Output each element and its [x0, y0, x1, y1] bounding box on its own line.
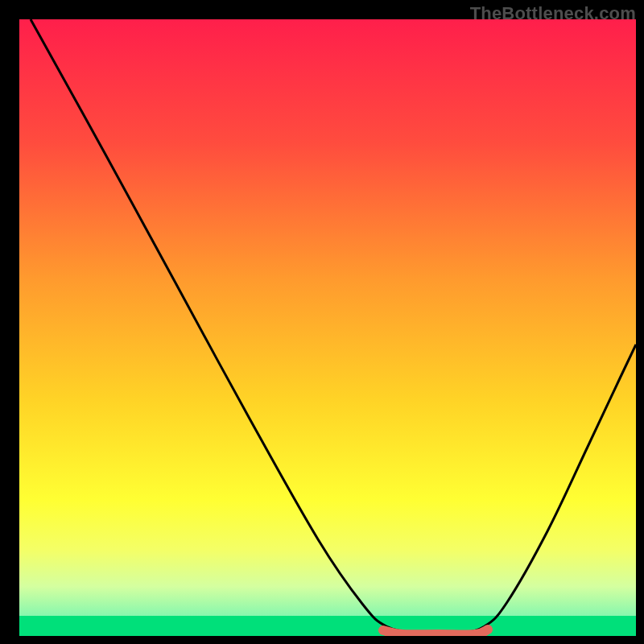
sweet-spot-marker [383, 630, 488, 634]
chart-stage: { "watermark": { "text": "TheBottleneck.… [0, 0, 644, 644]
gradient-background [19, 19, 636, 636]
watermark-text: TheBottleneck.com [470, 3, 636, 24]
bottleneck-chart [0, 0, 644, 644]
green-band [19, 616, 636, 636]
